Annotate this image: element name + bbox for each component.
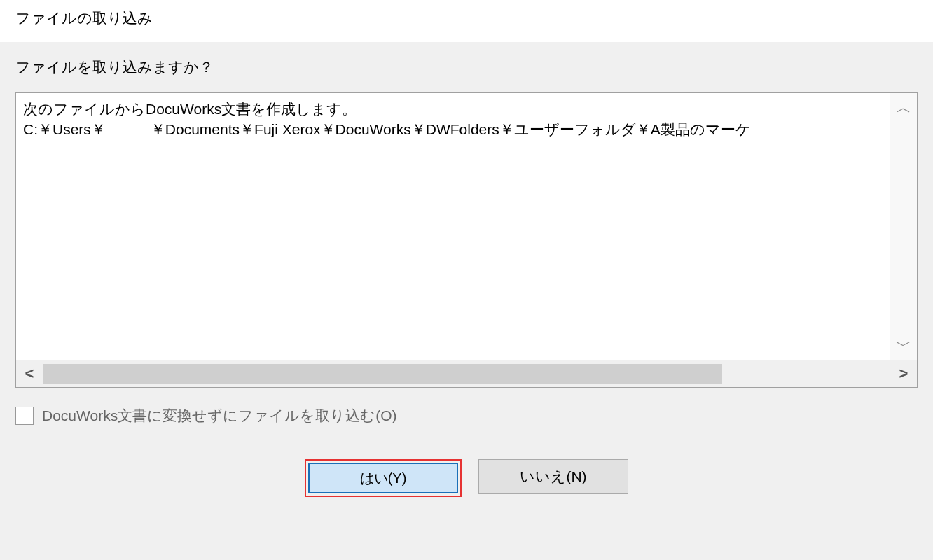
message-line2-suffix: ￥Documents￥Fuji Xerox￥DocuWorks￥DWFolder… bbox=[151, 121, 751, 137]
yes-button[interactable]: はい(Y) bbox=[308, 463, 458, 493]
no-button[interactable]: いいえ(N) bbox=[478, 459, 628, 494]
yes-button-highlight: はい(Y) bbox=[305, 459, 462, 497]
vertical-scrollbar[interactable]: ︿ ﹀ bbox=[890, 93, 917, 360]
button-row: はい(Y) いいえ(N) bbox=[15, 459, 918, 497]
no-convert-label: DocuWorks文書に変換せずにファイルを取り込む(O) bbox=[42, 406, 396, 426]
no-button-label: いいえ(N) bbox=[520, 467, 586, 486]
message-line2-prefix: C:￥Users￥ bbox=[23, 121, 106, 137]
horizontal-scrollbar[interactable]: < > bbox=[16, 360, 917, 387]
scroll-up-icon[interactable]: ︿ bbox=[896, 93, 911, 122]
scroll-left-icon[interactable]: < bbox=[16, 365, 43, 383]
dialog-question: ファイルを取り込みますか？ bbox=[15, 57, 918, 77]
message-text: 次のファイルからDocuWorks文書を作成します。 C:￥Users￥￥Doc… bbox=[16, 93, 890, 360]
file-import-dialog: ファイルの取り込み ファイルを取り込みますか？ 次のファイルからDocuWork… bbox=[0, 0, 933, 560]
no-convert-checkbox[interactable] bbox=[15, 407, 34, 425]
scroll-right-icon[interactable]: > bbox=[890, 365, 917, 383]
scroll-down-icon[interactable]: ﹀ bbox=[896, 331, 911, 360]
scrollbar-thumb[interactable] bbox=[43, 364, 722, 384]
convert-option-row: DocuWorks文書に変換せずにファイルを取り込む(O) bbox=[15, 406, 918, 426]
redacted-username bbox=[106, 120, 151, 134]
dialog-title: ファイルの取り込み bbox=[0, 0, 933, 42]
message-line1: 次のファイルからDocuWorks文書を作成します。 bbox=[23, 101, 357, 117]
message-textbox: 次のファイルからDocuWorks文書を作成します。 C:￥Users￥￥Doc… bbox=[15, 92, 918, 388]
yes-button-label: はい(Y) bbox=[360, 469, 407, 488]
dialog-content: ファイルを取り込みますか？ 次のファイルからDocuWorks文書を作成します。… bbox=[0, 42, 933, 560]
